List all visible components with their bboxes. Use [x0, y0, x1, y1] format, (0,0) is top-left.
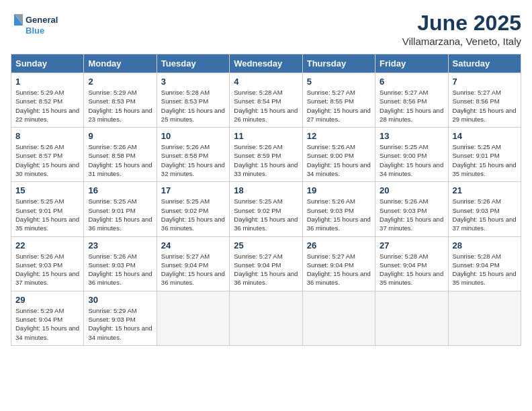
list-item: 25 Sunrise: 5:27 AMSunset: 9:04 PMDaylig… [230, 236, 302, 291]
list-item [302, 291, 375, 345]
list-item: 2 Sunrise: 5:29 AMSunset: 8:53 PMDayligh… [84, 73, 157, 128]
day-info: Sunrise: 5:27 AMSunset: 9:04 PMDaylight:… [307, 252, 371, 287]
day-number: 16 [88, 185, 152, 195]
day-info: Sunrise: 5:27 AMSunset: 8:56 PMDaylight:… [380, 88, 443, 124]
list-item: 8 Sunrise: 5:26 AMSunset: 8:57 PMDayligh… [11, 128, 84, 182]
day-number: 2 [88, 77, 152, 87]
list-item: 15 Sunrise: 5:25 AMSunset: 9:01 PMDaylig… [11, 182, 84, 236]
col-monday: Monday [84, 54, 157, 73]
list-item: 21 Sunrise: 5:26 AMSunset: 9:03 PMDaylig… [448, 182, 521, 236]
list-item: 4 Sunrise: 5:28 AMSunset: 8:54 PMDayligh… [230, 73, 302, 128]
day-info: Sunrise: 5:28 AMSunset: 9:04 PMDaylight:… [453, 252, 517, 287]
day-info: Sunrise: 5:29 AMSunset: 8:53 PMDaylight:… [88, 88, 152, 124]
list-item: 24 Sunrise: 5:27 AMSunset: 9:04 PMDaylig… [157, 236, 229, 291]
day-info: Sunrise: 5:26 AMSunset: 9:03 PMDaylight:… [15, 252, 79, 287]
list-item: 28 Sunrise: 5:28 AMSunset: 9:04 PMDaylig… [448, 236, 521, 291]
list-item: 10 Sunrise: 5:26 AMSunset: 8:58 PMDaylig… [157, 128, 229, 182]
day-number: 26 [307, 240, 371, 250]
col-wednesday: Wednesday [230, 54, 302, 73]
day-info: Sunrise: 5:25 AMSunset: 9:02 PMDaylight:… [234, 197, 298, 232]
day-number: 3 [161, 77, 225, 87]
list-item: 22 Sunrise: 5:26 AMSunset: 9:03 PMDaylig… [11, 236, 84, 291]
day-number: 25 [234, 240, 298, 250]
day-info: Sunrise: 5:25 AMSunset: 9:00 PMDaylight:… [380, 142, 443, 178]
day-number: 22 [15, 240, 79, 250]
list-item: 12 Sunrise: 5:26 AMSunset: 9:00 PMDaylig… [302, 128, 375, 182]
day-number: 30 [88, 295, 152, 305]
logo: General Blue [11, 11, 64, 40]
logo-svg: General Blue [11, 11, 64, 40]
day-info: Sunrise: 5:25 AMSunset: 9:02 PMDaylight:… [161, 197, 225, 232]
list-item: 5 Sunrise: 5:27 AMSunset: 8:55 PMDayligh… [302, 73, 375, 128]
day-number: 17 [161, 185, 225, 195]
col-sunday: Sunday [11, 54, 84, 73]
day-number: 20 [380, 185, 443, 195]
header-row: Sunday Monday Tuesday Wednesday Thursday… [11, 54, 521, 73]
calendar-table: Sunday Monday Tuesday Wednesday Thursday… [11, 54, 521, 346]
list-item: 23 Sunrise: 5:26 AMSunset: 9:03 PMDaylig… [84, 236, 157, 291]
list-item: 27 Sunrise: 5:28 AMSunset: 9:04 PMDaylig… [375, 236, 448, 291]
day-number: 13 [380, 131, 443, 141]
day-number: 10 [161, 131, 225, 141]
day-info: Sunrise: 5:26 AMSunset: 9:03 PMDaylight:… [88, 252, 152, 287]
day-number: 1 [15, 77, 79, 87]
day-info: Sunrise: 5:26 AMSunset: 8:58 PMDaylight:… [88, 142, 152, 178]
day-number: 7 [453, 77, 517, 87]
day-number: 24 [161, 240, 225, 250]
day-info: Sunrise: 5:26 AMSunset: 9:03 PMDaylight:… [453, 197, 517, 232]
table-row: 22 Sunrise: 5:26 AMSunset: 9:03 PMDaylig… [11, 236, 521, 291]
list-item: 29 Sunrise: 5:29 AMSunset: 9:04 PMDaylig… [11, 291, 84, 345]
day-number: 18 [234, 185, 298, 195]
day-number: 4 [234, 77, 298, 87]
day-number: 23 [88, 240, 152, 250]
day-info: Sunrise: 5:28 AMSunset: 8:54 PMDaylight:… [234, 88, 298, 124]
list-item: 18 Sunrise: 5:25 AMSunset: 9:02 PMDaylig… [230, 182, 302, 236]
day-number: 29 [15, 295, 79, 305]
day-info: Sunrise: 5:27 AMSunset: 9:04 PMDaylight:… [161, 252, 225, 287]
list-item: 17 Sunrise: 5:25 AMSunset: 9:02 PMDaylig… [157, 182, 229, 236]
list-item [375, 291, 448, 345]
table-row: 1 Sunrise: 5:29 AMSunset: 8:52 PMDayligh… [11, 73, 521, 128]
day-info: Sunrise: 5:29 AMSunset: 9:03 PMDaylight:… [88, 306, 152, 342]
list-item: 13 Sunrise: 5:25 AMSunset: 9:00 PMDaylig… [375, 128, 448, 182]
day-number: 27 [380, 240, 443, 250]
list-item: 16 Sunrise: 5:25 AMSunset: 9:01 PMDaylig… [84, 182, 157, 236]
day-number: 12 [307, 131, 371, 141]
calendar-subtitle: Villamarzana, Veneto, Italy [402, 36, 521, 47]
list-item: 30 Sunrise: 5:29 AMSunset: 9:03 PMDaylig… [84, 291, 157, 345]
day-info: Sunrise: 5:26 AMSunset: 9:03 PMDaylight:… [380, 197, 443, 232]
day-info: Sunrise: 5:26 AMSunset: 8:57 PMDaylight:… [15, 142, 79, 178]
list-item: 20 Sunrise: 5:26 AMSunset: 9:03 PMDaylig… [375, 182, 448, 236]
table-row: 15 Sunrise: 5:25 AMSunset: 9:01 PMDaylig… [11, 182, 521, 236]
list-item: 14 Sunrise: 5:25 AMSunset: 9:01 PMDaylig… [448, 128, 521, 182]
table-row: 8 Sunrise: 5:26 AMSunset: 8:57 PMDayligh… [11, 128, 521, 182]
day-number: 28 [453, 240, 517, 250]
col-thursday: Thursday [302, 54, 375, 73]
day-info: Sunrise: 5:26 AMSunset: 9:03 PMDaylight:… [307, 197, 371, 232]
day-info: Sunrise: 5:29 AMSunset: 8:52 PMDaylight:… [15, 88, 79, 124]
list-item [230, 291, 302, 345]
list-item: 11 Sunrise: 5:26 AMSunset: 8:59 PMDaylig… [230, 128, 302, 182]
day-number: 8 [15, 131, 79, 141]
page-header: General Blue June 2025 Villamarzana, Ven… [11, 11, 521, 47]
title-area: June 2025 Villamarzana, Veneto, Italy [402, 11, 521, 47]
day-info: Sunrise: 5:27 AMSunset: 8:55 PMDaylight:… [307, 88, 371, 124]
day-info: Sunrise: 5:26 AMSunset: 9:00 PMDaylight:… [307, 142, 371, 178]
col-saturday: Saturday [448, 54, 521, 73]
day-info: Sunrise: 5:28 AMSunset: 8:53 PMDaylight:… [161, 88, 225, 124]
day-number: 11 [234, 131, 298, 141]
day-info: Sunrise: 5:28 AMSunset: 9:04 PMDaylight:… [380, 252, 443, 287]
col-friday: Friday [375, 54, 448, 73]
day-info: Sunrise: 5:27 AMSunset: 9:04 PMDaylight:… [234, 252, 298, 287]
list-item: 3 Sunrise: 5:28 AMSunset: 8:53 PMDayligh… [157, 73, 229, 128]
day-number: 21 [453, 185, 517, 195]
day-info: Sunrise: 5:25 AMSunset: 9:01 PMDaylight:… [88, 197, 152, 232]
day-info: Sunrise: 5:25 AMSunset: 9:01 PMDaylight:… [15, 197, 79, 232]
day-info: Sunrise: 5:29 AMSunset: 9:04 PMDaylight:… [15, 306, 79, 342]
day-number: 5 [307, 77, 371, 87]
day-info: Sunrise: 5:26 AMSunset: 8:58 PMDaylight:… [161, 142, 225, 178]
day-info: Sunrise: 5:26 AMSunset: 8:59 PMDaylight:… [234, 142, 298, 178]
list-item: 7 Sunrise: 5:27 AMSunset: 8:56 PMDayligh… [448, 73, 521, 128]
day-number: 6 [380, 77, 443, 87]
svg-text:General: General [26, 15, 58, 25]
